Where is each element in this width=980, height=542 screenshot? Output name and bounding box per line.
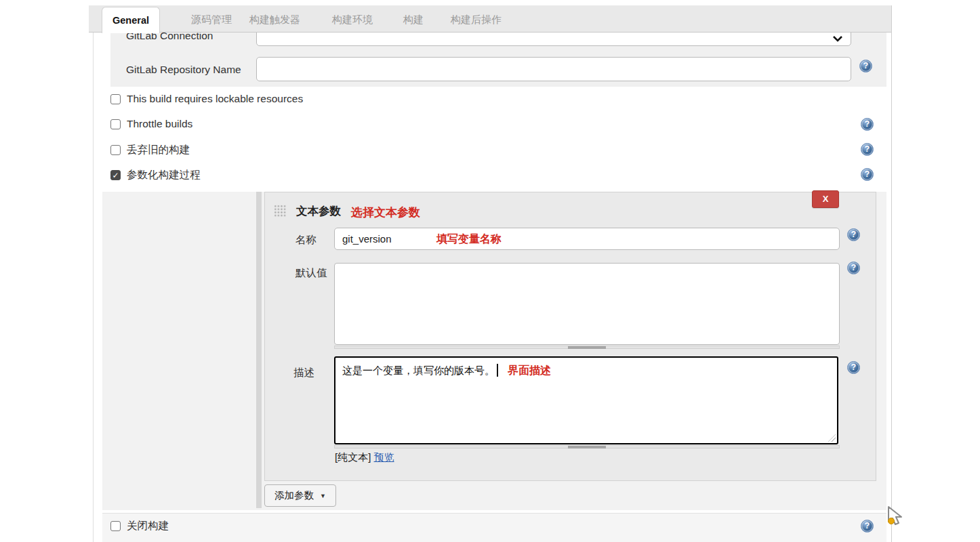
help-parameter-description-button[interactable]: ? — [847, 361, 860, 374]
checkbox-discard-old-builds[interactable] — [110, 145, 121, 155]
tab-source-code-management[interactable]: 源码管理 — [191, 14, 232, 26]
parameter-indent-bar — [256, 192, 262, 508]
gitlab-repo-name-label: GitLab Repository Name — [126, 64, 241, 76]
gitlab-repo-name-input[interactable] — [256, 57, 851, 81]
disable-build-section — [102, 513, 886, 542]
add-parameter-button[interactable]: 添加参数 ▼ — [264, 484, 336, 507]
resize-bar-knob — [568, 446, 606, 449]
tab-build-environment[interactable]: 构建环境 — [332, 14, 373, 26]
help-disable-build-button[interactable]: ? — [861, 520, 874, 533]
row-parameterized-build: ✓ 参数化构建过程 — [110, 168, 201, 182]
checkbox-throttle-builds[interactable] — [110, 119, 121, 129]
jenkins-config-page: General 源码管理 构建触发器 构建环境 构建 构建后操作 GitLab … — [0, 0, 980, 542]
parameter-type-title: 文本参数 — [296, 204, 341, 219]
checkbox-lockable-resources[interactable] — [110, 94, 121, 104]
checkbox-throttle-builds-label: Throttle builds — [127, 118, 192, 130]
description-format-row: [纯文本] 预览 — [335, 451, 394, 464]
select-chevron-icon — [833, 36, 842, 42]
checkbox-lockable-resources-label: This build requires lockable resources — [127, 93, 303, 105]
parameter-description-value: 这是一个变量，填写你的版本号。 — [342, 364, 495, 376]
tab-general[interactable]: General — [102, 7, 160, 33]
checkbox-disable-build-label: 关闭构建 — [127, 519, 169, 533]
checkbox-disable-build[interactable] — [110, 521, 121, 531]
help-parameterized-build-button[interactable]: ? — [861, 168, 874, 181]
parameter-description-textarea[interactable]: 这是一个变量，填写你的版本号。界面描述 — [334, 356, 838, 444]
default-resize-bar[interactable] — [334, 346, 840, 349]
checkbox-parameterized-build[interactable]: ✓ — [110, 170, 121, 180]
parameter-description-label: 描述 — [293, 366, 314, 380]
mouse-cursor — [883, 504, 906, 530]
parameter-default-textarea[interactable] — [334, 263, 840, 345]
gitlab-section: GitLab Connection GitLab Repository Name — [110, 33, 886, 87]
row-lockable-resources: This build requires lockable resources — [110, 93, 303, 105]
description-resize-bar[interactable] — [334, 445, 840, 449]
checkbox-parameterized-build-label: 参数化构建过程 — [127, 168, 201, 182]
tab-build-triggers[interactable]: 构建触发器 — [249, 14, 300, 26]
delete-parameter-button[interactable]: X — [812, 190, 839, 208]
gitlab-connection-label: GitLab Connection — [126, 33, 213, 42]
annotation-ui-description: 界面描述 — [508, 364, 551, 376]
tab-post-build-actions[interactable]: 构建后操作 — [451, 14, 502, 26]
preview-link[interactable]: 预览 — [374, 451, 394, 463]
panel-left-border — [93, 33, 94, 542]
parameter-name-value: git_version — [342, 233, 392, 245]
text-cursor — [497, 364, 498, 377]
parameter-name-label: 名称 — [295, 233, 317, 247]
annotation-select-parameter-type: 选择文本参数 — [351, 205, 420, 220]
tab-build[interactable]: 构建 — [403, 14, 424, 26]
annotation-fill-variable-name: 填写变量名称 — [436, 228, 502, 249]
help-discard-old-builds-button[interactable]: ? — [861, 143, 874, 156]
plain-text-label: [纯文本] — [335, 451, 371, 463]
text-parameter-block: 文本参数 选择文本参数 X 名称 git_version 填写变量名称 默认值 … — [264, 192, 876, 481]
parameter-name-input[interactable]: git_version 填写变量名称 — [334, 228, 840, 250]
resize-bar-knob — [568, 346, 606, 349]
add-parameter-label: 添加参数 — [274, 489, 314, 502]
row-throttle-builds: Throttle builds — [110, 118, 192, 130]
help-gitlab-repo-button[interactable]: ? — [859, 60, 872, 72]
help-parameter-name-button[interactable]: ? — [847, 228, 860, 241]
help-parameter-default-button[interactable]: ? — [847, 262, 860, 274]
row-discard-old-builds: 丢弃旧的构建 — [110, 143, 190, 157]
checkbox-discard-old-builds-label: 丢弃旧的构建 — [127, 143, 190, 157]
help-throttle-builds-button[interactable]: ? — [861, 118, 874, 131]
panel-right-border — [891, 5, 892, 542]
resize-grip-icon[interactable] — [828, 434, 836, 442]
row-disable-build: 关闭构建 — [110, 519, 169, 533]
parameterized-build-section: 文本参数 选择文本参数 X 名称 git_version 填写变量名称 默认值 … — [102, 192, 886, 510]
dropdown-caret-icon: ▼ — [320, 493, 326, 499]
parameter-default-label: 默认值 — [295, 266, 327, 280]
gitlab-connection-select[interactable] — [256, 33, 851, 46]
config-tabbar: General 源码管理 构建触发器 构建环境 构建 构建后操作 — [89, 5, 891, 33]
drag-handle-icon[interactable] — [274, 205, 287, 217]
